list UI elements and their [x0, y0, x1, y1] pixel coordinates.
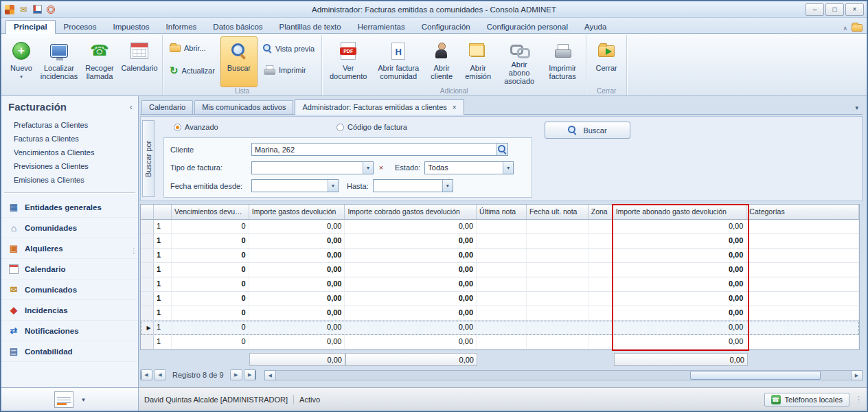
minimize-button[interactable]: – — [806, 3, 824, 16]
buscar-button[interactable]: Buscar — [545, 122, 630, 139]
grid-row-1[interactable]: 100,000,000,00 — [141, 220, 859, 234]
tab-herramientas[interactable]: Herramientas — [350, 20, 413, 33]
abrir-cliente-button[interactable]: Abrir cliente — [425, 36, 458, 87]
grid-row-3[interactable]: 100,000,000,00 — [141, 249, 859, 263]
column-header-9[interactable]: Categorías — [746, 205, 859, 219]
chevron-down-icon[interactable]: ▾ — [363, 162, 373, 174]
scroll-right-icon[interactable]: ▶ — [851, 370, 863, 380]
vista-previa-button[interactable]: Vista previa — [259, 42, 319, 55]
mail-icon[interactable]: ✉ — [18, 4, 29, 15]
grid-row-2[interactable]: 100,000,000,00 — [141, 234, 859, 249]
radio-avanzado[interactable]: Avanzado — [174, 123, 218, 131]
radio-codigo-de-factura[interactable]: Código de factura — [336, 123, 407, 131]
fecha-desde-select[interactable]: ▾ — [251, 179, 339, 192]
ver-documento-button[interactable]: Ver documento — [325, 36, 372, 87]
first-record-button[interactable]: ◀ — [140, 369, 152, 380]
calendario-button[interactable]: Calendario — [119, 36, 159, 87]
horizontal-scrollbar[interactable]: ◀ ▶ — [264, 370, 863, 380]
last-record-button[interactable]: ▶ — [244, 369, 256, 380]
tab-impuestos[interactable]: Impuestos — [105, 20, 158, 33]
tipo-factura-select[interactable]: ▾ — [251, 161, 374, 174]
column-header-6[interactable]: Fecha ult. nota — [527, 205, 589, 219]
grid-row-4[interactable]: 100,000,000,00 — [141, 263, 859, 277]
recoger-llamada-button[interactable]: ☎ Recoger llamada — [81, 36, 118, 87]
sidebar-link-vencimientos-clientes[interactable]: Vencimientos a Clientes — [1, 146, 138, 159]
sidebar-item-incidencias[interactable]: ◆ Incidencias — [1, 300, 138, 321]
imprimir-button[interactable]: Imprimir — [259, 63, 319, 77]
scrollbar-thumb[interactable] — [690, 371, 821, 380]
sidebar-item-comunidades[interactable]: ⌂ Comunidades — [1, 218, 138, 238]
sidebar-item-notificaciones[interactable]: ⇄ Notificaciones — [1, 321, 138, 341]
estado-select[interactable]: Todas ▾ — [424, 161, 514, 174]
sidebar-item-calendario[interactable]: Calendario — [1, 259, 138, 279]
chevron-down-icon[interactable]: ▾ — [442, 180, 453, 192]
chevron-down-icon[interactable]: ▾ — [82, 396, 85, 403]
tab-datos-basicos[interactable]: Datos básicos — [205, 20, 271, 33]
tab-informes[interactable]: Informes — [158, 20, 205, 33]
restore-button[interactable]: □ — [825, 3, 844, 16]
doc-tab-mis-comunicados-activos[interactable]: Mis comunicados activos — [194, 100, 293, 114]
sidebar-item-entidades-generales[interactable]: ▦ Entidades generales — [1, 197, 138, 218]
column-header-5[interactable]: Última nota — [477, 205, 527, 219]
previous-record-button[interactable]: ◀ — [154, 369, 166, 380]
row-indicator-header[interactable] — [141, 205, 154, 219]
abrir-emision-button[interactable]: Abrir emisión — [459, 36, 496, 87]
grid-row-8[interactable]: ▶100,000,000,00 — [141, 321, 859, 335]
abrir-abono-asociado-button[interactable]: Abrir abono asociado — [498, 36, 540, 87]
tab-list-chevron-icon[interactable]: ▾ — [855, 104, 863, 114]
quick-folder-icon[interactable] — [852, 24, 863, 32]
tab-ayuda[interactable]: Ayuda — [576, 20, 615, 33]
notes-icon[interactable] — [54, 391, 73, 408]
sidebar-item-contabilidad[interactable]: ▤ Contabilidad — [1, 341, 138, 362]
cerrar-button[interactable]: Cerrar — [589, 36, 624, 87]
chevron-down-icon[interactable]: ▾ — [328, 180, 338, 192]
buscar-ribbon-button[interactable]: Buscar — [220, 36, 258, 87]
grid-row-6[interactable]: 100,000,000,00 — [141, 292, 859, 306]
column-header-3[interactable]: Importe gastos devolución — [249, 205, 345, 219]
buscar-por-tab[interactable]: Buscar por — [142, 120, 155, 197]
sidebar-item-alquileres[interactable]: ▣ Alquileres — [1, 238, 138, 259]
column-header-2[interactable]: Vencimientos devueltos — [172, 205, 249, 219]
abrir-factura-comunidad-button[interactable]: Abrir factura comunidad — [373, 36, 424, 87]
resize-grip[interactable]: ⋮ — [855, 395, 863, 404]
collapse-sidebar-icon[interactable]: ‹ — [130, 102, 133, 112]
abrir-button[interactable]: Abrir... — [165, 42, 219, 54]
doc-tab-calendario[interactable]: Calendario — [141, 100, 193, 114]
scroll-left-icon[interactable]: ◀ — [264, 370, 276, 380]
sidebar-link-emisiones-clientes[interactable]: Emisiones a Clientes — [1, 173, 138, 187]
hasta-select[interactable]: ▾ — [373, 179, 453, 192]
sidebar-link-facturas-clientes[interactable]: Facturas a Clientes — [1, 132, 138, 146]
grid-row-9[interactable]: 100,000,000,00 — [141, 335, 859, 350]
doc-tab-facturas-emitidas-clientes[interactable]: Administrador: Facturas emitidas a clien… — [295, 99, 464, 115]
imprimir-facturas-button[interactable]: Imprimir facturas — [542, 36, 583, 87]
column-header-7[interactable]: Zona — [589, 205, 613, 219]
tab-principal[interactable]: Principal — [5, 20, 56, 34]
row-id-header[interactable] — [154, 205, 172, 219]
chevron-down-icon[interactable]: ▾ — [503, 162, 513, 174]
tab-plantillas-texto[interactable]: Plantillas de texto — [271, 20, 350, 33]
grid-row-5[interactable]: 100,000,000,00 — [141, 277, 859, 292]
column-header-4[interactable]: Importe cobrado gastos devolución — [345, 205, 477, 219]
scrollbar-track[interactable] — [276, 370, 851, 380]
grid-row-7[interactable]: 100,000,000,00 — [141, 306, 859, 321]
grid-cell — [746, 277, 859, 291]
close-button[interactable]: × — [845, 3, 864, 16]
tab-configuracion[interactable]: Configuración — [413, 20, 479, 33]
actualizar-button[interactable]: ↻ Actualizar — [165, 62, 219, 79]
close-tab-icon[interactable]: × — [453, 101, 457, 114]
tab-procesos[interactable]: Procesos — [56, 20, 105, 33]
cliente-input[interactable] — [251, 143, 508, 156]
sidebar-link-prefacturas-clientes[interactable]: Prefacturas a Clientes — [1, 118, 138, 132]
telefonos-locales-button[interactable]: ☎ Teléfonos locales — [764, 393, 849, 407]
clear-filter-icon[interactable]: × — [376, 163, 387, 172]
localizar-incidencias-button[interactable]: Localizar incidencias — [38, 36, 80, 87]
tab-configuracion-personal[interactable]: Configuración personal — [479, 20, 576, 33]
next-record-button[interactable]: ▶ — [230, 369, 242, 380]
collapse-ribbon-icon[interactable]: ∧ — [843, 25, 847, 32]
sidebar-link-previsiones-clientes[interactable]: Previsiones a Clientes — [1, 159, 138, 173]
lookup-button[interactable] — [496, 144, 507, 155]
sidebar-item-comunicados[interactable]: ✉ Comunicados — [1, 279, 138, 300]
column-header-8[interactable]: Importe abonado gasto devolución — [613, 205, 747, 219]
nuevo-button[interactable]: Nuevo ▾ — [5, 36, 37, 87]
splitter-grip[interactable]: ⋮ — [130, 247, 137, 255]
